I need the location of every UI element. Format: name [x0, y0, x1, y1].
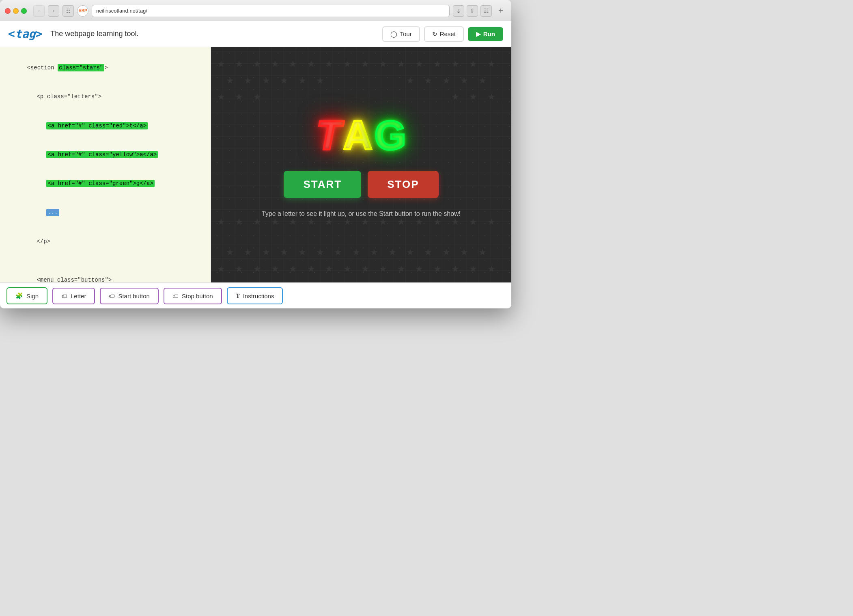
neon-letter-g: G [375, 112, 406, 159]
code-line: <p class="letters"> [6, 82, 204, 111]
code-line: <menu class="buttons"> [6, 266, 204, 282]
sign-icon: 🧩 [15, 292, 23, 299]
neon-letter-a: A [343, 112, 373, 159]
tour-button[interactable]: ◯ Tour [382, 26, 420, 42]
start-button-tool[interactable]: 🏷 Start button [100, 288, 159, 304]
tour-icon: ◯ [390, 30, 397, 38]
run-button[interactable]: ▶ Run [468, 27, 503, 41]
add-tab-button[interactable]: + [495, 5, 506, 17]
share-icon[interactable]: ⇧ [467, 5, 478, 17]
code-line: <a href="#" class="green">g</a> [6, 170, 204, 198]
header-buttons: ◯ Tour ↻ Reset ▶ Run [382, 26, 503, 42]
adblock-icon: ABP [77, 5, 88, 17]
minimize-button[interactable] [13, 8, 19, 14]
instructions-icon: 𝐓 [236, 292, 240, 299]
code-line: <section class="stars"> [6, 54, 204, 82]
code-line: </p> [6, 227, 204, 256]
preview-panel: ★ ★ ★ ★ ★ ★ ★ ★ ★ ★ ★ ★ ★ ★ ★ ★ ★ ★ ★ ★ … [211, 47, 511, 282]
code-panel[interactable]: <section class="stars"> <p class="letter… [0, 47, 211, 282]
letter-tool-button[interactable]: 🏷 Letter [52, 288, 95, 304]
toolbar-icons: ⇓ ⇧ ☷ [453, 5, 492, 17]
download-icon[interactable]: ⇓ [453, 5, 464, 17]
start-btn-icon: 🏷 [109, 293, 115, 299]
preview-buttons: START STOP [284, 171, 438, 198]
sign-tool-button[interactable]: 🧩 Sign [6, 287, 47, 304]
stop-btn-icon: 🏷 [172, 293, 179, 299]
neon-letter-t: T [316, 112, 341, 159]
stop-button-tool[interactable]: 🏷 Stop button [164, 288, 222, 304]
reset-label: Reset [440, 30, 456, 37]
back-button[interactable]: ‹ [33, 5, 45, 17]
neon-tag-display: T A G [316, 112, 406, 159]
code-line [6, 256, 204, 266]
start-button[interactable]: START [284, 171, 361, 198]
bottom-toolbar: 🧩 Sign 🏷 Letter 🏷 Start button 🏷 Stop bu… [0, 282, 511, 308]
run-label: Run [483, 30, 495, 37]
sign-label: Sign [26, 293, 39, 299]
main-content: <section class="stars"> <p class="letter… [0, 47, 511, 282]
app-logo: <tag> [8, 27, 42, 41]
tour-label: Tour [400, 30, 411, 37]
code-line: <a href="#" class="red">t</a> [6, 112, 204, 140]
app-header: <tag> The webpage learning tool. ◯ Tour … [0, 21, 511, 47]
tabs-icon[interactable]: ☷ [480, 5, 492, 17]
url-bar[interactable]: neilinscotland.net/tag/ [92, 5, 450, 17]
run-icon: ▶ [476, 30, 481, 38]
traffic-lights [5, 8, 27, 14]
start-button-label: Start button [118, 293, 150, 299]
stop-button[interactable]: STOP [368, 171, 438, 198]
instructions-tool-button[interactable]: 𝐓 Instructions [227, 287, 283, 304]
app-tagline: The webpage learning tool. [50, 30, 382, 38]
sidebar-toggle[interactable]: ☷ [62, 5, 74, 17]
letter-label: Letter [71, 293, 86, 299]
close-button[interactable] [5, 8, 11, 14]
letter-icon: 🏷 [61, 293, 67, 299]
preview-content: T A G START STOP Type a letter to see it… [211, 47, 511, 282]
code-line: ... [6, 198, 204, 227]
stop-button-label: Stop button [182, 293, 213, 299]
preview-note: Type a letter to see it light up, or use… [262, 210, 461, 218]
url-text: neilinscotland.net/tag/ [96, 8, 147, 14]
reset-button[interactable]: ↻ Reset [424, 26, 464, 42]
instructions-label: Instructions [243, 293, 274, 299]
browser-chrome: ‹ › ☷ ABP neilinscotland.net/tag/ ⇓ ⇧ ☷ … [0, 0, 511, 21]
forward-button[interactable]: › [48, 5, 59, 17]
maximize-button[interactable] [21, 8, 27, 14]
code-line: <a href="#" class="yellow">a</a> [6, 140, 204, 169]
reset-icon: ↻ [432, 30, 437, 38]
